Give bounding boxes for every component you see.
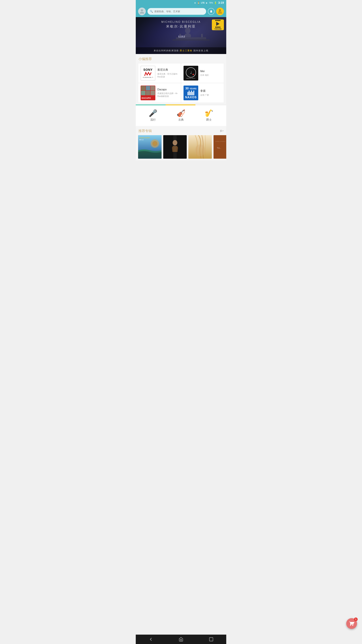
sony-classical-label: CLASSICAL ™ bbox=[143, 77, 153, 78]
dacapo-thumb bbox=[141, 86, 145, 90]
user-icon bbox=[139, 9, 145, 14]
album-unknown[interactable]: LIVING STEREO The... bbox=[214, 135, 226, 159]
play-icon bbox=[216, 22, 220, 26]
album-hair-art bbox=[188, 135, 212, 159]
albums-header: 推荐专辑 多> bbox=[136, 129, 226, 135]
status-time: 3:19 bbox=[218, 1, 224, 4]
hires-hi: Hi- bbox=[219, 9, 221, 11]
search-icon: 🔍 bbox=[150, 10, 153, 13]
meister-card-name: Mei bbox=[200, 70, 221, 73]
meister-note-icon: ♩ bbox=[190, 70, 192, 74]
status-bar: ∗ ⏳ LTE ► 76% 🔋 3:19 bbox=[136, 0, 226, 6]
banner-subtitle: 来自比利时的欧洲顶级 爵士三重奏 国内首发上线 bbox=[136, 47, 226, 54]
svg-rect-10 bbox=[179, 36, 180, 37]
recommended-albums-section: 推荐专辑 多> LIVING SteREO VET a A bbox=[136, 126, 226, 160]
dacapo-logo: DACAPO bbox=[141, 86, 155, 100]
naxos-card[interactable]: 30 YEARS NAXOS 拿索 全球 厂牌 bbox=[181, 83, 224, 103]
film-strip-bottom bbox=[215, 27, 220, 28]
cards-grid: SONY CLASSICAL ™ 索尼古典 索尼古典 - 官方正版Hi-Res音… bbox=[138, 63, 224, 103]
album-cover-hair bbox=[188, 135, 212, 159]
meister-card-desc: 日本 地区 bbox=[200, 74, 221, 77]
album-hair[interactable] bbox=[188, 135, 212, 159]
naxos-pillar bbox=[193, 90, 194, 95]
naxos-pillar bbox=[188, 92, 188, 95]
editor-picks-title: 小编推荐 bbox=[136, 57, 226, 63]
header: 🔍 Hi- Res AUDIO bbox=[136, 6, 226, 17]
genre-classical[interactable]: 🎻 古典 bbox=[173, 110, 189, 122]
microphone-icon: 🎤 bbox=[149, 110, 157, 117]
albums-title: 推荐专辑 bbox=[138, 129, 152, 133]
bluetooth-icon: ∗ bbox=[194, 2, 196, 4]
album-artwork-svg: LIVING SteREO VET a A bbox=[138, 135, 162, 159]
genre-popular[interactable]: 🎤 流行 bbox=[145, 110, 161, 122]
film-strip-top bbox=[215, 20, 220, 21]
genre-popular-label: 流行 bbox=[150, 118, 156, 122]
genre-classical-label: 古典 bbox=[178, 118, 184, 122]
clock-icon: ⏳ bbox=[197, 2, 200, 4]
naxos-years: 30 YEARS bbox=[185, 87, 196, 90]
naxos-text: NAXOS bbox=[185, 96, 197, 99]
film-dot bbox=[218, 27, 219, 28]
naxos-pillar bbox=[192, 92, 193, 95]
film-dot bbox=[217, 27, 218, 28]
genre-row: 🎤 流行 🎻 古典 🎷 爵士 bbox=[136, 108, 226, 123]
dacapo-thumb bbox=[146, 86, 150, 90]
album-living-stereo-art: LIVING SteREO VET a A bbox=[138, 135, 162, 159]
dacapo-grid bbox=[141, 86, 155, 96]
naxos-pillar bbox=[190, 92, 191, 95]
hair-album-svg bbox=[188, 135, 212, 159]
genre-jazz[interactable]: 🎷 爵士 bbox=[201, 110, 217, 122]
film-dot bbox=[215, 27, 216, 28]
album-living-stereo[interactable]: LIVING SteREO VET a A bbox=[138, 135, 162, 159]
film-dot bbox=[219, 27, 220, 28]
naxos-pillars bbox=[188, 90, 194, 95]
svg-text:LIVING SteREO: LIVING SteREO bbox=[139, 137, 150, 138]
naxos-card-name: 拿索 bbox=[200, 89, 221, 93]
naxos-logo: 30 YEARS NAXOS bbox=[184, 86, 198, 100]
dacapo-card-desc: 丹麦国立唱片品牌 - Hi-Res独家首发 bbox=[157, 92, 178, 98]
avatar[interactable] bbox=[138, 8, 146, 15]
battery-level: 76% bbox=[209, 2, 213, 4]
film-dot bbox=[215, 20, 216, 21]
subtitle-suffix: 国内首发上线 bbox=[193, 49, 209, 52]
subtitle-highlight: 爵士三重奏 bbox=[180, 49, 192, 52]
unknown-album-svg: LIVING STEREO The... bbox=[214, 135, 226, 159]
albums-scroll: LIVING SteREO VET a A bbox=[136, 135, 226, 159]
svg-point-17 bbox=[152, 141, 157, 146]
sony-card[interactable]: SONY CLASSICAL ™ 索尼古典 索尼古典 - 官方正版Hi-Res音… bbox=[138, 63, 181, 83]
naxos-pillar bbox=[191, 90, 192, 95]
violin-icon: 🎻 bbox=[177, 110, 185, 117]
dacapo-thumb bbox=[150, 91, 155, 95]
album-unknown-art: LIVING STEREO The... bbox=[214, 135, 226, 159]
signal-icon: ► bbox=[206, 2, 208, 4]
album-sonar[interactable]: SONAR bbox=[163, 135, 187, 159]
album-cover-living-stereo: LIVING SteREO VET a A bbox=[138, 135, 162, 159]
meister-logo: ♩ MEISTER MUSIC bbox=[184, 66, 198, 80]
film-dot bbox=[218, 20, 219, 21]
film-dot bbox=[217, 20, 218, 21]
lte-icon: LTE bbox=[201, 2, 205, 4]
video-badge-label: 专辑附送视频 bbox=[214, 28, 221, 30]
search-bar[interactable]: 🔍 bbox=[147, 8, 206, 15]
svg-point-22 bbox=[195, 144, 205, 156]
genre-section: 🎤 流行 🎻 古典 🎷 爵士 bbox=[136, 105, 226, 126]
albums-more-button[interactable]: 多> bbox=[220, 130, 224, 132]
meister-circle: ♩ bbox=[186, 68, 196, 78]
sony-text: SONY bbox=[143, 68, 152, 72]
dacapo-thumb bbox=[141, 91, 145, 95]
dacapo-name-label: DACAPO bbox=[142, 97, 151, 99]
meister-card[interactable]: ♩ MEISTER MUSIC Mei 日本 地区 bbox=[181, 63, 224, 83]
header-actions: Hi- Res AUDIO bbox=[208, 8, 224, 15]
svg-text:The...: The... bbox=[217, 147, 221, 149]
film-dot bbox=[219, 20, 220, 21]
hires-audio-label: AUDIO bbox=[218, 12, 222, 14]
svg-text:VET a A: VET a A bbox=[139, 139, 143, 140]
notification-bell-button[interactable] bbox=[208, 8, 215, 15]
hires-audio-badge[interactable]: Hi- Res AUDIO bbox=[216, 8, 224, 15]
sony-card-name: 索尼古典 bbox=[157, 68, 178, 72]
search-input[interactable] bbox=[154, 10, 204, 13]
naxos-pillar bbox=[189, 90, 190, 95]
dacapo-card[interactable]: DACAPO Dacapo 丹麦国立唱片品牌 - Hi-Res独家首发 bbox=[138, 83, 181, 103]
editor-picks-section: 小编推荐 SONY CLASSICAL ™ bbox=[136, 54, 226, 104]
banner-video-badge[interactable]: 专辑附送视频 bbox=[212, 20, 224, 30]
